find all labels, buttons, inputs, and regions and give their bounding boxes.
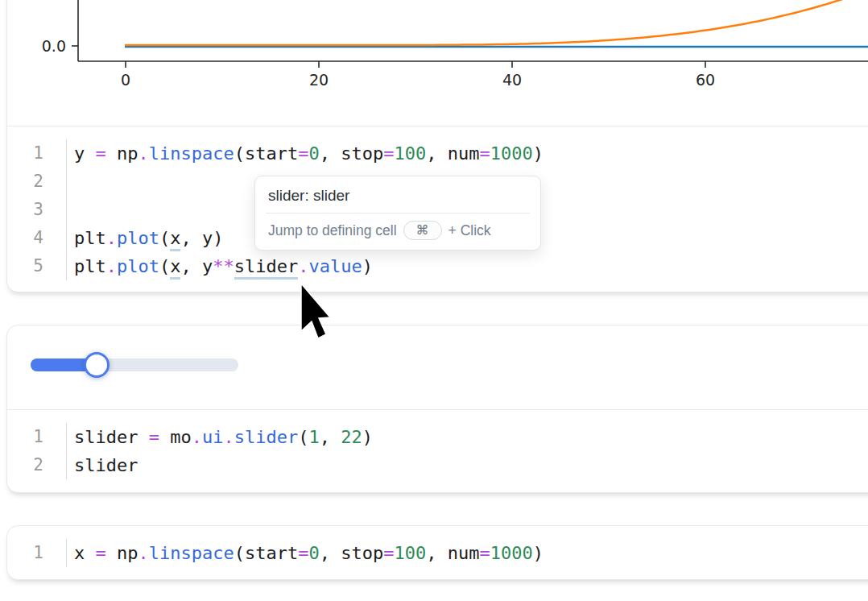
click-hint: + Click <box>448 222 491 239</box>
code-line[interactable]: 1y = np.linspace(start=0, stop=100, num=… <box>7 139 868 168</box>
code-editor-x[interactable]: 1x = np.linspace(start=0, stop=100, num=… <box>7 526 868 579</box>
tooltip-action-row[interactable]: Jump to defining cell ⌘ + Click <box>255 213 540 250</box>
line-number: 1 <box>7 539 67 567</box>
variable-reference: slider <box>234 256 298 280</box>
line-number: 5 <box>7 252 67 280</box>
slider-widget[interactable] <box>31 359 238 371</box>
variable-tooltip: slider: slider Jump to defining cell ⌘ +… <box>254 176 541 251</box>
line-number: 1 <box>7 139 67 168</box>
slider-handle[interactable] <box>84 352 110 378</box>
code-text[interactable]: slider <box>67 455 138 475</box>
line-number: 3 <box>7 196 67 224</box>
code-text[interactable]: x = np.linspace(start=0, stop=100, num=1… <box>67 543 544 563</box>
code-line[interactable]: 2slider <box>7 451 868 479</box>
code-line[interactable]: 5plt.plot(x, y**slider.value) <box>7 252 868 280</box>
variable-reference: x <box>170 228 180 251</box>
code-text[interactable]: slider = mo.ui.slider(1, 22) <box>67 427 373 447</box>
line-number: 2 <box>7 168 67 196</box>
code-text[interactable]: y = np.linspace(start=0, stop=100, num=1… <box>67 143 544 164</box>
jump-to-defining-cell-action[interactable]: Jump to defining cell <box>268 222 397 239</box>
command-key-badge: ⌘ <box>403 221 442 240</box>
line-number: 1 <box>7 423 67 451</box>
code-text[interactable]: plt.plot(x, y) <box>67 228 223 248</box>
variable-reference: x <box>170 256 180 280</box>
code-text[interactable]: plt.plot(x, y**slider.value) <box>67 256 373 276</box>
line-number: 2 <box>7 451 67 479</box>
mouse-cursor-icon <box>298 284 341 348</box>
cell-slider: 1slider = mo.ui.slider(1, 22)2slider <box>6 325 868 493</box>
code-line[interactable]: 1x = np.linspace(start=0, stop=100, num=… <box>7 539 868 567</box>
code-editor-slider[interactable]: 1slider = mo.ui.slider(1, 22)2slider <box>7 410 868 492</box>
cell-x: 1x = np.linspace(start=0, stop=100, num=… <box>6 525 868 580</box>
line-number: 4 <box>7 224 67 252</box>
tooltip-title: slider: slider <box>255 176 540 213</box>
code-line[interactable]: 1slider = mo.ui.slider(1, 22) <box>7 423 868 451</box>
